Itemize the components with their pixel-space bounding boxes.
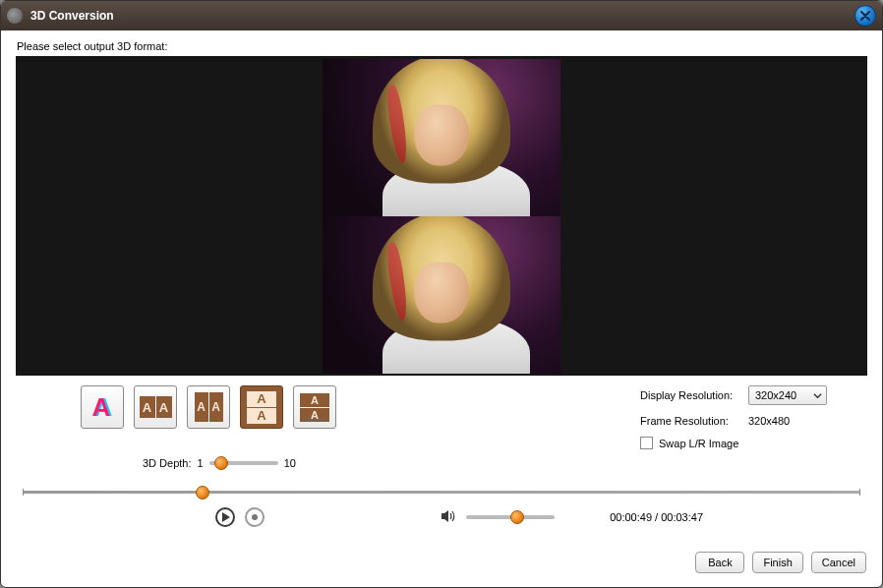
stop-button[interactable] — [245, 507, 265, 527]
content-area: Please select output 3D format: — [5, 30, 878, 583]
titlebar: 3D Conversion — [1, 1, 882, 30]
display-resolution-label: Display Resolution: — [640, 389, 748, 401]
volume-slider-thumb[interactable] — [510, 510, 524, 524]
format-anaglyph-button[interactable]: A — [81, 385, 124, 429]
preview-top-half — [323, 59, 560, 216]
time-display: 00:00:49 / 00:03:47 — [610, 511, 703, 523]
format-letter-a-icon: A — [247, 408, 276, 424]
volume-slider[interactable] — [466, 515, 555, 519]
stop-icon — [252, 514, 258, 520]
display-resolution-row: Display Resolution: 320x240 — [640, 385, 827, 405]
back-button[interactable]: Back — [695, 552, 744, 573]
format-tb-full-button[interactable]: A A — [293, 385, 336, 429]
swap-lr-checkbox[interactable] — [640, 437, 653, 449]
close-icon — [860, 11, 870, 21]
video-preview — [16, 56, 867, 376]
format-buttons: A A A A A A A — [81, 385, 336, 449]
play-icon — [221, 512, 231, 522]
depth-max: 10 — [284, 457, 296, 469]
format-letter-a-icon: A — [156, 396, 172, 418]
timeline-slider-thumb[interactable] — [196, 486, 209, 500]
window-frame: 3D Conversion Please select output 3D fo… — [0, 0, 883, 588]
depth-label: 3D Depth: — [143, 457, 192, 469]
instruction-text: Please select output 3D format: — [17, 40, 870, 52]
format-tb-half-button[interactable]: A A — [240, 385, 283, 429]
frame-resolution-row: Frame Resolution: 320x480 — [640, 415, 827, 427]
depth-slider[interactable] — [209, 461, 278, 465]
cancel-button[interactable]: Cancel — [811, 552, 866, 573]
swap-lr-label: Swap L/R Image — [659, 438, 738, 449]
format-sbs-full-button[interactable]: A A — [187, 385, 230, 429]
format-letter-a-icon: A — [195, 392, 208, 422]
volume-icon — [441, 509, 456, 523]
finish-button[interactable]: Finish — [752, 552, 802, 573]
timeline-row — [23, 491, 860, 494]
volume-button[interactable] — [441, 509, 456, 525]
right-settings: Display Resolution: 320x240 Frame Resolu… — [640, 385, 827, 449]
timeline-slider[interactable] — [23, 491, 860, 494]
format-letter-a-icon: A — [300, 393, 329, 407]
format-letter-a-icon: A — [209, 392, 223, 422]
frame-resolution-value: 320x480 — [748, 415, 790, 427]
display-resolution-value: 320x240 — [755, 389, 796, 401]
depth-row: 3D Depth: 1 10 — [143, 457, 870, 469]
chevron-down-icon — [813, 391, 822, 400]
format-letter-a-icon: A — [247, 391, 276, 407]
display-resolution-dropdown[interactable]: 320x240 — [748, 385, 827, 405]
play-button[interactable] — [215, 507, 235, 527]
depth-slider-thumb[interactable] — [214, 456, 228, 470]
depth-min: 1 — [198, 457, 204, 469]
bottom-button-bar: Back Finish Cancel — [695, 552, 866, 573]
swap-lr-row: Swap L/R Image — [640, 437, 827, 449]
playback-row: 00:00:49 / 00:03:47 — [23, 507, 860, 527]
controls-row: A A A A A A A — [13, 385, 870, 449]
format-letter-a-icon: A — [300, 408, 329, 422]
anaglyph-a-icon: A — [93, 392, 112, 423]
format-letter-a-icon: A — [140, 396, 155, 418]
app-icon — [7, 8, 23, 24]
window-title: 3D Conversion — [30, 9, 114, 23]
format-sbs-half-button[interactable]: A A — [134, 385, 177, 429]
close-button[interactable] — [854, 5, 876, 27]
preview-bottom-half — [323, 216, 560, 374]
frame-resolution-label: Frame Resolution: — [640, 415, 748, 427]
